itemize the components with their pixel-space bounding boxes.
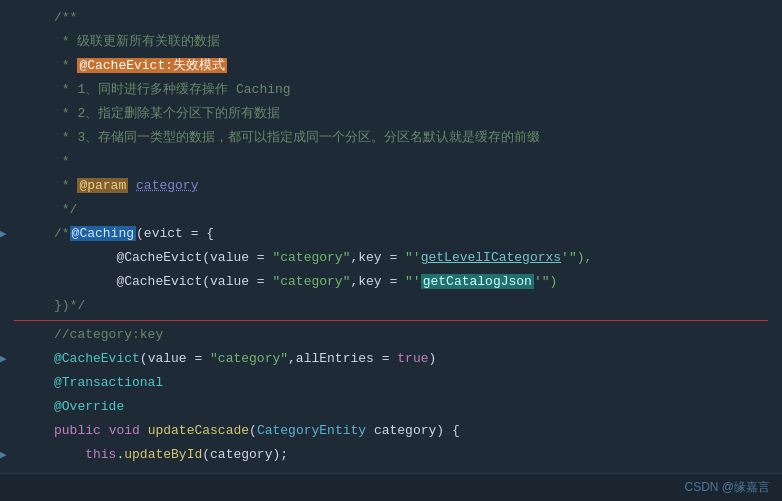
code-line-11: @CacheEvict(value = "category",key = "'g… bbox=[0, 246, 782, 270]
code-line-16: @Transactional bbox=[0, 371, 782, 395]
caching-highlight: @Caching bbox=[70, 226, 136, 241]
line-content-16: @Transactional bbox=[14, 372, 782, 394]
arrow-icon-19: ▶ bbox=[0, 449, 7, 461]
line-content-6: * 3、存储同一类型的数据，都可以指定成同一个分区。分区名默认就是缓存的前缀 bbox=[14, 127, 782, 149]
gutter-15: ▶ bbox=[0, 348, 14, 370]
code-line-13: })*/ bbox=[0, 294, 782, 318]
line-content-1: /** bbox=[14, 7, 782, 29]
gutter-10: ▶ bbox=[0, 223, 14, 245]
line-content-5: * 2、指定删除某个分区下的所有数据 bbox=[14, 103, 782, 125]
line-content-10: /*@Caching(evict = { bbox=[14, 223, 782, 245]
code-line-2: * 级联更新所有关联的数据 bbox=[0, 30, 782, 54]
code-line-3: * @CacheEvict:失效模式 bbox=[0, 54, 782, 78]
code-line-14: //category:key bbox=[0, 323, 782, 347]
line-content-18: public void updateCascade(CategoryEntity… bbox=[14, 420, 782, 442]
code-line-18: public void updateCascade(CategoryEntity… bbox=[0, 419, 782, 443]
code-line-10: ▶ /*@Caching(evict = { bbox=[0, 222, 782, 246]
arrow-icon-10: ▶ bbox=[0, 228, 7, 240]
code-line-5: * 2、指定删除某个分区下的所有数据 bbox=[0, 102, 782, 126]
line-content-12: @CacheEvict(value = "category",key = "'g… bbox=[14, 271, 782, 293]
code-line-7: * bbox=[0, 150, 782, 174]
code-editor: /** * 级联更新所有关联的数据 * @CacheEvict:失效模式 * 1… bbox=[0, 0, 782, 501]
code-line-19: ▶ this.updateById(category); bbox=[0, 443, 782, 467]
line-content-19: this.updateById(category); bbox=[14, 444, 782, 466]
line-content-2: * 级联更新所有关联的数据 bbox=[14, 31, 782, 53]
code-line-6: * 3、存储同一类型的数据，都可以指定成同一个分区。分区名默认就是缓存的前缀 bbox=[0, 126, 782, 150]
csdn-brand: CSDN @缘嘉言 bbox=[684, 479, 770, 496]
line-content-4: * 1、同时进行多种缓存操作 Caching bbox=[14, 79, 782, 101]
code-line-15: ▶ @CacheEvict(value = "category",allEntr… bbox=[0, 347, 782, 371]
code-line-9: */ bbox=[0, 198, 782, 222]
getcatalog-highlight: getCatalogJson bbox=[421, 274, 534, 289]
cachevict-highlight: @CacheEvict:失效模式 bbox=[77, 58, 227, 73]
line-content-7: * bbox=[14, 151, 782, 173]
line-content-8: * @param category bbox=[14, 175, 782, 197]
line-content-15: @CacheEvict(value = "category",allEntrie… bbox=[14, 348, 782, 370]
line-content-13: })*/ bbox=[14, 295, 782, 317]
code-line-1: /** bbox=[0, 6, 782, 30]
code-line-17: @Override bbox=[0, 395, 782, 419]
bottom-bar: CSDN @缘嘉言 bbox=[0, 473, 782, 501]
param-highlight: @param bbox=[77, 178, 128, 193]
code-line-4: * 1、同时进行多种缓存操作 Caching bbox=[0, 78, 782, 102]
line-content-9: */ bbox=[14, 199, 782, 221]
code-line-8: * @param category bbox=[0, 174, 782, 198]
gutter-19: ▶ bbox=[0, 444, 14, 466]
line-content-3: * @CacheEvict:失效模式 bbox=[14, 55, 782, 77]
red-separator bbox=[14, 320, 768, 321]
line-content-14: //category:key bbox=[14, 324, 782, 346]
line-content-11: @CacheEvict(value = "category",key = "'g… bbox=[14, 247, 782, 269]
code-line-12: @CacheEvict(value = "category",key = "'g… bbox=[0, 270, 782, 294]
arrow-icon-15: ▶ bbox=[0, 353, 7, 365]
line-content-17: @Override bbox=[14, 396, 782, 418]
